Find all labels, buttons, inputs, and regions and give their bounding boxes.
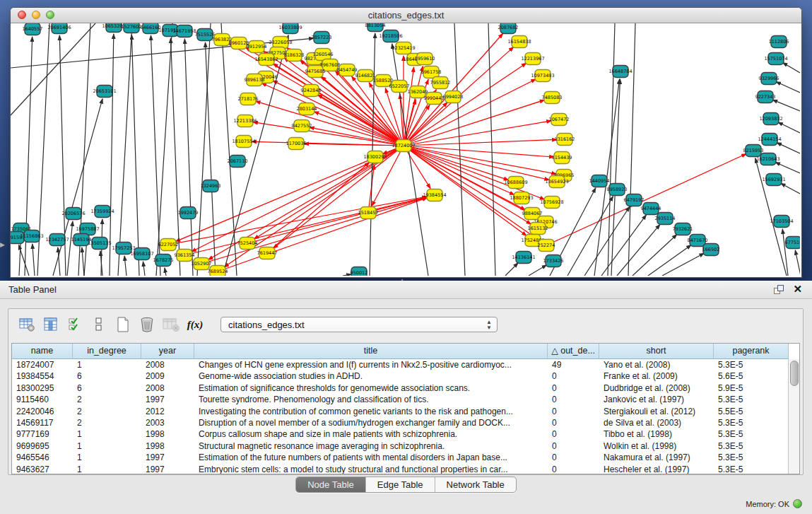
close-panel-icon[interactable]: ✕ <box>793 283 802 296</box>
table-cell[interactable]: Investigating the contribution of common… <box>194 406 548 417</box>
delete-rows-icon[interactable] <box>137 315 157 334</box>
table-cell[interactable]: Dudbridge et al. (2008) <box>599 382 714 394</box>
select-rows-icon[interactable] <box>65 315 85 334</box>
table-cell[interactable]: 0 <box>548 417 599 428</box>
table-cell[interactable]: 5.3E-5 <box>714 359 789 370</box>
scrollbar-thumb[interactable] <box>790 361 799 386</box>
table-cell[interactable]: 18724007 <box>12 359 73 370</box>
table-cell[interactable]: 0 <box>548 428 599 440</box>
table-cell[interactable]: 2008 <box>141 382 194 394</box>
table-selector-dropdown[interactable]: citations_edges.txt ▲▼ <box>220 317 498 332</box>
table-cell[interactable]: Nakamura et al. (1997) <box>599 452 714 463</box>
table-cell[interactable]: Stergiakouli et al. (2012) <box>599 406 714 417</box>
table-cell[interactable]: 2009 <box>141 370 194 382</box>
table-cell[interactable]: 5.3E-5 <box>714 394 789 405</box>
table-cell[interactable]: 1997 <box>141 452 194 463</box>
table-cell[interactable]: 2008 <box>141 359 194 370</box>
column-header-out_degree[interactable]: △ out_de... <box>548 344 599 359</box>
table-cell[interactable]: 9463627 <box>12 464 73 474</box>
table-cell[interactable]: 1 <box>73 464 141 474</box>
table-cell[interactable]: 1997 <box>141 394 194 405</box>
table-cell[interactable]: 1 <box>73 359 141 370</box>
table-cell[interactable]: 9465546 <box>12 452 73 463</box>
table-cell[interactable]: 5.3E-5 <box>714 452 789 463</box>
close-window-button[interactable] <box>18 11 26 19</box>
table-cell[interactable]: 0 <box>548 406 599 417</box>
zoom-window-button[interactable] <box>46 11 54 19</box>
column-header-name[interactable]: name <box>12 344 73 359</box>
table-cell[interactable]: Wolkin et al. (1998) <box>599 440 714 452</box>
table-cell[interactable]: 0 <box>548 394 599 405</box>
column-view-icon[interactable] <box>89 315 109 334</box>
table-cell[interactable]: 5.9E-5 <box>714 382 789 394</box>
float-panel-icon[interactable] <box>774 285 784 294</box>
table-cell[interactable]: 2 <box>73 417 141 428</box>
table-row[interactable]: 946362711997Embryonic stem cells: a mode… <box>12 464 789 474</box>
table-cell[interactable]: 6 <box>73 382 141 394</box>
table-cell[interactable]: 9777169 <box>12 428 73 440</box>
table-cell[interactable]: 2012 <box>141 406 194 417</box>
table-cell[interactable]: 1998 <box>141 440 194 452</box>
show-columns-icon[interactable] <box>41 315 61 334</box>
table-row[interactable]: 977716911998Corpus callosum shape and si… <box>12 428 789 440</box>
table-cell[interactable]: 49 <box>548 359 599 370</box>
new-table-icon[interactable] <box>113 315 133 334</box>
table-cell[interactable]: Disruption of a novel member of a sodium… <box>194 417 548 428</box>
table-cell[interactable]: 19384554 <box>12 370 73 382</box>
function-builder-icon[interactable]: f(x) <box>185 315 205 334</box>
table-cell[interactable]: 5.3E-5 <box>714 440 789 452</box>
table-cell[interactable]: 2 <box>73 394 141 405</box>
vertical-scrollbar[interactable] <box>788 359 799 474</box>
column-header-short[interactable]: short <box>599 344 714 359</box>
table-cell[interactable]: 1 <box>73 440 141 452</box>
table-row[interactable]: 1830029562008Estimation of significance … <box>12 382 789 394</box>
table-row[interactable]: 969969511998Structural magnetic resonanc… <box>12 440 789 452</box>
table-cell[interactable]: 2 <box>73 406 141 417</box>
table-cell[interactable]: 5.5E-5 <box>714 406 789 417</box>
table-cell[interactable]: 5.6E-5 <box>714 370 789 382</box>
table-cell[interactable]: Structural magnetic resonance image aver… <box>194 440 548 452</box>
table-cell[interactable]: 6 <box>73 370 141 382</box>
table-cell[interactable]: Embryonic stem cells: a model to study s… <box>194 464 548 474</box>
column-header-title[interactable]: title <box>194 344 548 359</box>
table-row[interactable]: 911546021997Tourette syndrome. Phenomeno… <box>12 394 789 405</box>
window-titlebar[interactable]: citations_edges.txt <box>11 8 801 23</box>
table-row[interactable]: 1872400712008Changes of HCN gene express… <box>12 359 789 370</box>
table-cell[interactable]: 0 <box>548 464 599 474</box>
network-canvas[interactable]: 1640557206914061065328715276026466160107… <box>11 23 800 276</box>
table-cell[interactable]: 1 <box>73 428 141 440</box>
table-cell[interactable]: 9699695 <box>12 440 73 452</box>
table-cell[interactable]: 1 <box>73 452 141 463</box>
column-header-pagerank[interactable]: pagerank <box>714 344 789 359</box>
table-row[interactable]: 2242004622012Investigating the contribut… <box>12 406 789 417</box>
table-cell[interactable]: Genome-wide association studies in ADHD. <box>194 370 548 382</box>
table-row[interactable]: 1456911722003Disruption of a novel membe… <box>12 417 789 428</box>
table-cell[interactable]: Changes of HCN gene expression and I(f) … <box>194 359 548 370</box>
tab-node-table[interactable]: Node Table <box>296 477 366 492</box>
table-cell[interactable]: 9115460 <box>12 394 73 405</box>
table-cell[interactable]: 2003 <box>141 417 194 428</box>
table-cell[interactable]: 5.3E-5 <box>714 464 789 474</box>
delete-table-icon[interactable] <box>161 315 181 334</box>
table-row[interactable]: 946554611997Estimation of the future num… <box>12 452 789 463</box>
table-cell[interactable]: 1998 <box>141 428 194 440</box>
tab-network-table[interactable]: Network Table <box>435 477 516 492</box>
memory-status-icon[interactable] <box>793 499 802 508</box>
table-cell[interactable]: 1997 <box>141 464 194 474</box>
tab-edge-table[interactable]: Edge Table <box>366 477 435 492</box>
table-cell[interactable]: Franke et al. (2009) <box>599 370 714 382</box>
network-view-window[interactable]: citations_edges.txt 16405572069140610653… <box>10 7 802 278</box>
column-header-in_degree[interactable]: in_degree <box>73 344 141 359</box>
table-cell[interactable]: 0 <box>548 382 599 394</box>
table-cell[interactable]: Jankovic et al. (1997) <box>599 394 714 405</box>
table-cell[interactable]: 14569117 <box>12 417 73 428</box>
minimize-window-button[interactable] <box>32 11 40 19</box>
table-cell[interactable]: 5.3E-5 <box>714 428 789 440</box>
table-settings-icon[interactable] <box>17 315 37 334</box>
table-cell[interactable]: Yano et al. (2008) <box>599 359 714 370</box>
table-cell[interactable]: 22420046 <box>12 406 73 417</box>
table-row[interactable]: 1938455462009Genome-wide association stu… <box>12 370 789 382</box>
table-cell[interactable]: de Silva et al. (2003) <box>599 417 714 428</box>
column-header-year[interactable]: year <box>141 344 194 359</box>
table-cell[interactable]: Estimation of the future numbers of pati… <box>194 452 548 463</box>
